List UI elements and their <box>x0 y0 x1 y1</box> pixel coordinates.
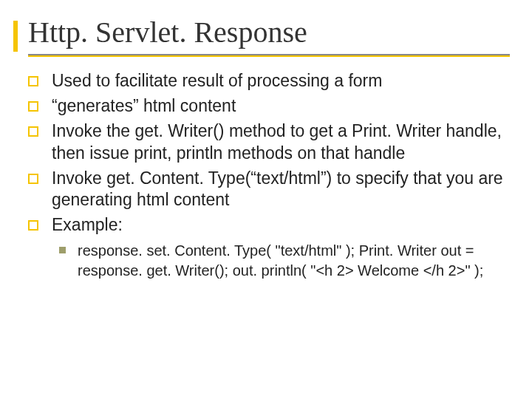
bullet-text: Used to facilitate result of processing … <box>52 70 382 92</box>
bullet-list: Used to facilitate result of processing … <box>22 70 510 236</box>
bullet-square-icon <box>28 220 38 231</box>
bullet-text: “generates” html content <box>52 95 236 117</box>
sub-bullet-text: response. set. Content. Type( "text/html… <box>78 241 510 281</box>
bullet-text: Invoke get. Content. Type(“text/html”) t… <box>52 168 504 212</box>
list-item: Invoke the get. Writer() method to get a… <box>28 120 504 165</box>
list-item: Example: <box>28 214 504 236</box>
bullet-square-icon <box>28 126 38 137</box>
bullet-square-icon <box>28 76 38 86</box>
bullet-text: Invoke the get. Writer() method to get a… <box>52 120 504 165</box>
sub-bullet-list: response. set. Content. Type( "text/html… <box>59 241 510 281</box>
sub-list-item: response. set. Content. Type( "text/html… <box>59 241 510 281</box>
slide-title: Http. Servlet. Response <box>22 15 510 50</box>
slide: Http. Servlet. Response Used to facilita… <box>0 0 532 399</box>
bullet-text: Example: <box>52 214 123 236</box>
sub-bullet-icon <box>59 247 66 253</box>
bullet-square-icon <box>28 174 38 184</box>
list-item: Invoke get. Content. Type(“text/html”) t… <box>28 168 504 212</box>
title-accent-bar <box>13 21 18 52</box>
bullet-square-icon <box>28 101 38 112</box>
title-underline <box>28 54 510 57</box>
list-item: “generates” html content <box>28 95 504 117</box>
list-item: Used to facilitate result of processing … <box>28 70 504 92</box>
